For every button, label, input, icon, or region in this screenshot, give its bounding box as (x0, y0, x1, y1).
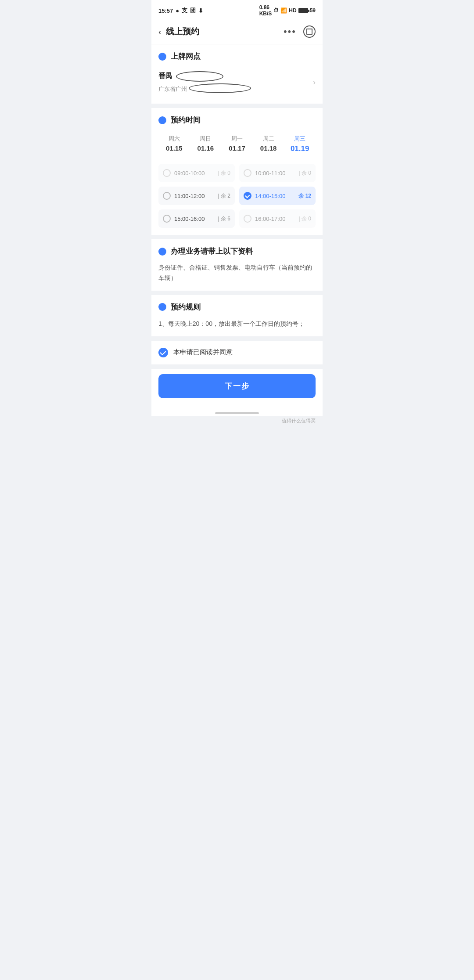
time-label-0: 09:00-10:00 (174, 170, 215, 177)
date-row: 周六 01.15 周日 01.16 周一 01.17 周二 01.18 周三 0… (158, 131, 316, 157)
status-time: 15:57 (158, 7, 173, 14)
date-num-3: 01.18 (255, 144, 283, 152)
main-content: 上牌网点 番禺 广东省广州 › 预约时间 (151, 44, 323, 426)
date-item-2[interactable]: 周一 01.17 (221, 131, 253, 157)
notification-dot: ● (176, 7, 179, 14)
time-label-1: 10:00-11:00 (255, 170, 295, 177)
time-title: 预约时间 (171, 115, 201, 125)
date-item-4[interactable]: 周三 01.19 (284, 131, 316, 157)
clock-icon: ⏱ (273, 7, 279, 14)
rules-header: 预约规则 (158, 302, 316, 312)
date-item-3[interactable]: 周二 01.18 (253, 131, 284, 157)
rules-section: 预约规则 1、每天晚上20：00，放出最新一个工作日的预约号； (151, 295, 323, 336)
time-slot-1[interactable]: 10:00-11:00 | 余 0 (239, 164, 316, 182)
agree-row: 本申请已阅读并同意 (151, 341, 323, 364)
page-title: 线上预约 (166, 26, 199, 37)
radio-3 (244, 192, 251, 200)
outlet-row[interactable]: 番禺 广东省广州 › (158, 68, 316, 97)
outlet-name: 番禺 (158, 71, 223, 82)
materials-title: 办理业务请带上以下资料 (171, 246, 253, 256)
outlet-header: 上牌网点 (158, 51, 316, 61)
battery-level: 59 (310, 7, 316, 14)
signal-icon: 📶 (280, 7, 287, 14)
time-label-2: 11:00-12:00 (174, 193, 215, 199)
time-slot-4[interactable]: 15:00-16:00 | 余 6 (158, 209, 235, 228)
time-header: 预约时间 (158, 115, 316, 125)
day-label-0: 周六 (160, 135, 188, 143)
day-label-2: 周一 (223, 135, 251, 143)
watermark: 值得什么值得买 (151, 416, 323, 426)
radio-1 (244, 169, 251, 177)
home-indicator (151, 409, 323, 416)
radio-5 (244, 215, 251, 223)
remain-5: | 余 0 (299, 215, 311, 223)
day-label-4: 周三 (286, 135, 314, 143)
outlet-dot (158, 53, 166, 61)
materials-content: 身份证件、合格证、销售发票、电动自行车（当前预约的车辆） (158, 263, 316, 284)
network-speed: 0.86KB/S (259, 4, 272, 17)
bottom-btn-container: 下一步 (151, 369, 323, 409)
remain-3: 余 12 (298, 192, 311, 200)
materials-header: 办理业务请带上以下资料 (158, 246, 316, 256)
time-dot (158, 116, 166, 124)
date-item-1[interactable]: 周日 01.16 (190, 131, 222, 157)
home-bar (215, 412, 259, 414)
remain-1: | 余 0 (299, 169, 311, 177)
agree-text: 本申请已阅读并同意 (173, 348, 233, 357)
more-options-button[interactable]: ••• (284, 26, 296, 37)
date-num-2: 01.17 (223, 144, 251, 152)
time-slot-3[interactable]: 14:00-15:00 余 12 (239, 187, 316, 205)
date-num-0: 01.15 (160, 144, 188, 152)
outlet-chevron: › (313, 78, 316, 87)
radio-2 (163, 192, 171, 200)
time-slot-5[interactable]: 16:00-17:00 | 余 0 (239, 209, 316, 228)
rules-dot (158, 303, 166, 311)
time-section: 预约时间 周六 01.15 周日 01.16 周一 01.17 周二 01.18… (151, 108, 323, 235)
status-bar: 15:57 ● 支 团 ⬇ 0.86KB/S ⏱ 📶 HD 59 (151, 0, 323, 19)
hd-badge: HD (289, 7, 296, 14)
page-header: ‹ 线上预约 ••• (151, 19, 323, 44)
next-button[interactable]: 下一步 (158, 374, 316, 398)
download-icon: ⬇ (198, 7, 203, 14)
date-num-1: 01.16 (192, 144, 220, 152)
outlet-section: 上牌网点 番禺 广东省广州 › (151, 44, 323, 104)
remain-2: | 余 2 (218, 192, 230, 200)
group-icon: 团 (190, 7, 196, 14)
date-item-0[interactable]: 周六 01.15 (158, 131, 190, 157)
time-slot-2[interactable]: 11:00-12:00 | 余 2 (158, 187, 235, 205)
radio-0 (163, 169, 171, 177)
agree-checkbox[interactable] (158, 348, 168, 357)
materials-section: 办理业务请带上以下资料 身份证件、合格证、销售发票、电动自行车（当前预约的车辆） (151, 239, 323, 291)
time-label-4: 15:00-16:00 (174, 216, 215, 222)
back-button[interactable]: ‹ (158, 27, 162, 37)
time-grid: 09:00-10:00 | 余 0 10:00-11:00 | 余 0 11:0… (158, 164, 316, 228)
alipay-icon: 支 (182, 7, 187, 14)
scan-button[interactable] (303, 25, 316, 38)
rules-content: 1、每天晚上20：00，放出最新一个工作日的预约号； (158, 318, 316, 329)
day-label-1: 周日 (192, 135, 220, 143)
rules-title: 预约规则 (171, 302, 201, 312)
battery-icon (298, 8, 308, 13)
materials-dot (158, 248, 166, 256)
date-num-4: 01.19 (286, 144, 314, 153)
time-label-3: 14:00-15:00 (255, 193, 295, 199)
day-label-3: 周二 (255, 135, 283, 143)
remain-4: | 余 6 (218, 215, 230, 223)
remain-0: | 余 0 (218, 169, 230, 177)
time-label-5: 16:00-17:00 (255, 216, 295, 222)
time-slot-0[interactable]: 09:00-10:00 | 余 0 (158, 164, 235, 182)
outlet-title: 上牌网点 (171, 51, 201, 61)
radio-4 (163, 215, 171, 223)
outlet-address: 广东省广州 (158, 85, 187, 93)
